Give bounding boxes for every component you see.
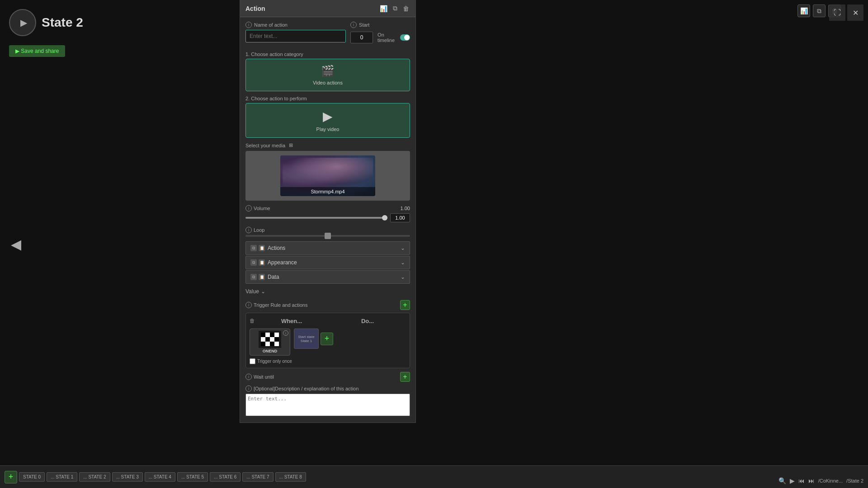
- timeline-item-1[interactable]: ... STATE 1: [47, 472, 77, 482]
- toolbar-icon-1[interactable]: 📊: [797, 5, 810, 17]
- save-share-button[interactable]: ▶ Save and share: [9, 45, 65, 57]
- trigger-when-item[interactable]: i ONEND: [250, 328, 290, 356]
- panel-header-icons: 📊 ⧉ 🗑: [379, 4, 410, 13]
- media-add-icon[interactable]: ⊞: [289, 142, 293, 148]
- do-column-header: Do...: [361, 318, 374, 324]
- bottom-bar: + STATE 0 ... STATE 1 ... STATE 2 ... ST…: [0, 465, 868, 488]
- toolbar-icon-2[interactable]: ⧉: [813, 5, 826, 17]
- trigger-add-button[interactable]: +: [400, 300, 410, 310]
- action-label: 2. Choose action to perform: [245, 96, 410, 101]
- data-title: Data: [268, 274, 279, 280]
- desc-info-icon: i: [245, 385, 252, 392]
- start-field-group: i Start On timeline: [350, 22, 410, 48]
- value-label: Value ⌄: [245, 288, 410, 295]
- trigger-when-icon: [259, 331, 281, 348]
- start-row: On timeline: [350, 32, 410, 43]
- play-bottom-button[interactable]: ▶: [790, 477, 795, 484]
- desc-label: i [Optional]Description / explanation of…: [245, 385, 410, 392]
- volume-slider-thumb[interactable]: [382, 215, 387, 221]
- trigger-box: 🗑 When... Do... i: [245, 313, 410, 368]
- media-container[interactable]: Stormmp4.mp4: [245, 151, 410, 201]
- data-paste-icon[interactable]: 📋: [259, 274, 265, 280]
- wait-header: i Wait until +: [245, 372, 410, 382]
- name-label: i Name of action: [245, 22, 346, 28]
- actions-paste-icon[interactable]: 📋: [259, 245, 265, 251]
- do-state-button[interactable]: Start state State 1: [294, 328, 319, 349]
- data-header[interactable]: ⧉ 📋 Data ⌄: [245, 270, 410, 284]
- loop-label: i Loop: [245, 227, 410, 233]
- when-column-header: When...: [257, 318, 326, 324]
- timeline-item-0[interactable]: STATE 0: [19, 472, 45, 482]
- skip-back-button[interactable]: ⏮: [798, 477, 805, 484]
- description-textarea[interactable]: [245, 394, 410, 416]
- volume-display: 1.00: [401, 206, 410, 211]
- actions-icons: ⧉ 📋: [250, 245, 265, 251]
- window-controls: ⛶ ✕: [829, 5, 863, 21]
- state-play-button[interactable]: [9, 9, 36, 36]
- category-video-label: Video actions: [313, 80, 343, 85]
- panel-barchart-icon[interactable]: 📊: [379, 4, 388, 13]
- appearance-header[interactable]: ⧉ 📋 Appearance ⌄: [245, 256, 410, 269]
- volume-label: i Volume: [245, 205, 270, 211]
- play-icon: ▶: [323, 109, 333, 124]
- timeline-item-4[interactable]: ... STATE 4: [145, 472, 175, 482]
- data-copy-icon[interactable]: ⧉: [250, 274, 257, 280]
- chess-pattern: [261, 333, 279, 346]
- panel-trash-icon[interactable]: 🗑: [402, 4, 410, 13]
- appearance-chevron: ⌄: [401, 259, 405, 266]
- wait-add-button[interactable]: +: [400, 372, 410, 382]
- media-header: Select your media ⊞: [245, 142, 410, 148]
- actions-header[interactable]: ⧉ 📋 Actions ⌄: [245, 241, 410, 255]
- media-filename: Stormmp4.mp4: [280, 187, 375, 196]
- start-timeline-group: i Start On timeline: [350, 22, 410, 48]
- trigger-item-info-icon: i: [283, 330, 288, 336]
- timeline-item-7[interactable]: ... STATE 7: [242, 472, 273, 482]
- loop-slider-thumb[interactable]: [325, 233, 331, 239]
- trigger-header: i Trigger Rule and actions +: [245, 300, 410, 310]
- name-input[interactable]: [245, 30, 346, 42]
- category-row: 🎬 Video actions: [245, 59, 410, 91]
- actions-copy-icon[interactable]: ⧉: [250, 245, 257, 251]
- start-label: i Start: [350, 22, 410, 28]
- trigger-content: i ONEND: [250, 328, 406, 356]
- value-chevron: ⌄: [261, 288, 265, 295]
- data-section: ⧉ 📋 Data ⌄: [245, 270, 410, 284]
- trigger-do-area: Start state State 1 +: [294, 328, 333, 349]
- actions-title: Actions: [268, 245, 285, 251]
- action-play-video[interactable]: ▶ Play video: [245, 103, 410, 138]
- trigger-once-checkbox[interactable]: [250, 358, 255, 364]
- timeline-item-8[interactable]: ... STATE 8: [275, 472, 306, 482]
- volume-slider-track[interactable]: [245, 217, 387, 219]
- appearance-paste-icon[interactable]: 📋: [259, 259, 265, 266]
- category-video[interactable]: 🎬 Video actions: [245, 59, 410, 91]
- appearance-icons: ⧉ 📋: [250, 259, 265, 266]
- panel-copy-icon[interactable]: ⧉: [392, 4, 398, 13]
- trigger-section: i Trigger Rule and actions + 🗑 When... D…: [245, 300, 410, 368]
- timeline-toggle[interactable]: [400, 34, 410, 41]
- start-info-icon: i: [350, 22, 357, 28]
- media-section: Select your media ⊞ Stormmp4.mp4: [245, 142, 410, 201]
- name-start-row: i Name of action i Start On timeline: [245, 22, 410, 48]
- volume-input[interactable]: [390, 213, 410, 222]
- data-chevron: ⌄: [401, 274, 405, 280]
- do-add-button[interactable]: +: [321, 333, 333, 345]
- timeline-item-6[interactable]: ... STATE 6: [210, 472, 241, 482]
- action-panel: Action 📊 ⧉ 🗑 i Name of action i Start: [240, 0, 416, 423]
- appearance-copy-icon[interactable]: ⧉: [250, 259, 257, 266]
- close-button[interactable]: ✕: [847, 5, 863, 21]
- timeline-item-2[interactable]: ... STATE 2: [79, 472, 110, 482]
- name-info-icon: i: [245, 22, 252, 28]
- trigger-trash-icon[interactable]: 🗑: [250, 318, 255, 324]
- loop-slider-track[interactable]: [245, 235, 410, 237]
- back-arrow[interactable]: ◀: [5, 233, 27, 255]
- volume-section: i Volume 1.00: [245, 205, 410, 222]
- timeline-add-button[interactable]: +: [5, 471, 17, 483]
- search-bottom-icon[interactable]: 🔍: [778, 477, 786, 484]
- timeline-item-3[interactable]: ... STATE 3: [112, 472, 143, 482]
- start-input[interactable]: [350, 32, 373, 43]
- skip-forward-button[interactable]: ⏭: [808, 477, 815, 484]
- media-thumbnail[interactable]: Stormmp4.mp4: [280, 155, 375, 196]
- timeline-item-5[interactable]: ... STATE 5: [177, 472, 208, 482]
- name-field-group: i Name of action: [245, 22, 346, 48]
- fullscreen-button[interactable]: ⛶: [829, 5, 845, 21]
